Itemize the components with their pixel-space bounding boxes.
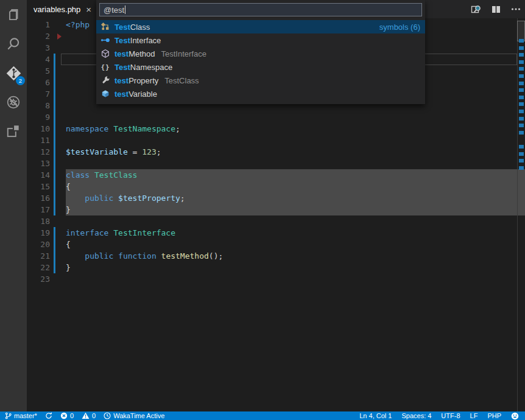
ruler-modified-mark [519, 53, 524, 57]
modified-line-indicator [54, 250, 55, 262]
quick-open-results: TestClasssymbols (6)TestInterfacetestMet… [96, 20, 425, 100]
extensions-icon [5, 124, 21, 139]
quick-open-widget: @test TestClasssymbols (6)TestInterfacet… [96, 0, 425, 104]
code-line-21[interactable]: 21 public function testMethod(); [27, 250, 525, 262]
more-actions-icon[interactable] [510, 4, 521, 15]
quick-open-item-testinterface[interactable]: TestInterface [96, 33, 425, 47]
activity-bar-item-search[interactable] [0, 29, 27, 58]
code-line-23[interactable]: 23 [27, 273, 525, 285]
close-icon[interactable]: × [86, 5, 91, 14]
overview-ruler [517, 18, 525, 411]
line-number: 20 [27, 239, 51, 250]
code-line-16[interactable]: 16 public $testProperty; [27, 192, 525, 204]
ruler-modified-mark [519, 82, 524, 85]
activity-bar-item-debug[interactable] [0, 88, 27, 117]
line-number: 18 [27, 215, 51, 227]
line-number: 22 [27, 262, 51, 273]
code-line-22[interactable]: 22} [27, 262, 525, 273]
open-preview-icon[interactable] [470, 4, 482, 15]
editor-actions [470, 0, 521, 18]
code-line-11[interactable]: 11 [27, 135, 525, 146]
gutter-decorations [51, 273, 66, 285]
search-icon [5, 36, 21, 52]
gutter-decorations [51, 192, 66, 204]
ruler-modified-mark [519, 159, 524, 163]
line-number: 7 [27, 88, 51, 100]
quick-open-item-testvariable[interactable]: testVariable [96, 87, 425, 100]
ruler-modified-mark [519, 67, 524, 71]
activity-bar-item-explorer[interactable] [0, 0, 27, 29]
interface-symbol-icon [100, 35, 110, 45]
line-number: 8 [27, 100, 51, 111]
code-line-12[interactable]: 12$testVariable = 123; [27, 146, 525, 158]
code-line-13[interactable]: 13 [27, 158, 525, 169]
git-branch-icon [5, 412, 12, 419]
quick-open-item-testnamespace[interactable]: {}TestNamespace [96, 60, 425, 74]
gutter-decorations [51, 77, 66, 88]
code-line-19[interactable]: 19interface TestInterface [27, 227, 525, 239]
status-master[interactable]: master* [5, 412, 37, 419]
status-ln-4-col-1[interactable]: Ln 4, Col 1 [359, 412, 392, 419]
quick-open-input[interactable]: @test [99, 3, 422, 16]
modified-line-indicator [54, 54, 55, 65]
code-line-17[interactable]: 17} [27, 204, 525, 215]
code-line-10[interactable]: 10namespace TestNamespace; [27, 123, 525, 135]
gutter-decorations [51, 215, 66, 227]
ruler-modified-mark [519, 110, 524, 113]
modified-line-indicator [54, 204, 55, 215]
method-symbol-icon [100, 49, 110, 58]
code-line-14[interactable]: 14class TestClass [27, 169, 525, 181]
line-number: 15 [27, 181, 51, 192]
line-number: 16 [27, 192, 51, 204]
code-line-20[interactable]: 20{ [27, 239, 525, 250]
gutter-decorations [51, 88, 66, 100]
symbol-detail: TestClass [164, 76, 199, 85]
status-sync-icon[interactable] [45, 412, 52, 419]
activity-bar-item-source-control[interactable]: 2 [0, 58, 27, 88]
status-label: WakaTime Active [113, 412, 164, 419]
modified-line-indicator [54, 158, 55, 169]
status-lf[interactable]: LF [470, 412, 478, 419]
modified-line-indicator [54, 181, 55, 192]
split-editor-icon[interactable] [491, 4, 501, 15]
symbol-detail: TestInterface [161, 49, 206, 58]
status-label: 0 [92, 412, 96, 419]
line-number: 2 [27, 30, 51, 42]
gutter-decorations [51, 54, 66, 65]
status-0[interactable]: 0 [60, 412, 74, 419]
line-number: 5 [27, 65, 51, 77]
class-symbol-icon [100, 22, 110, 32]
modified-line-indicator [54, 262, 55, 273]
tab-label: variables.php [33, 5, 80, 14]
gutter-decorations [51, 239, 66, 250]
modified-line-indicator [54, 146, 55, 158]
code-text: namespace TestNamespace; [66, 123, 525, 135]
modified-line-indicator [54, 65, 55, 77]
code-line-18[interactable]: 18 [27, 215, 525, 227]
modified-line-indicator [54, 123, 55, 135]
quick-open-item-testmethod[interactable]: testMethodTestInterface [96, 47, 425, 60]
code-line-9[interactable]: 9 [27, 111, 525, 123]
code-line-15[interactable]: 15{ [27, 181, 525, 192]
code-text [66, 158, 525, 169]
status-php[interactable]: PHP [487, 412, 501, 419]
gutter-decorations [51, 19, 66, 30]
activity-bar-item-extensions[interactable] [0, 117, 27, 146]
clock-icon [104, 412, 111, 419]
code-text: class TestClass [66, 169, 525, 181]
status-wakatime-active[interactable]: WakaTime Active [104, 412, 164, 419]
scrollbar-slider[interactable] [517, 21, 525, 41]
scm-badge: 2 [16, 76, 25, 85]
status-utf-8[interactable]: UTF-8 [441, 412, 460, 419]
tab-variables-php[interactable]: variables.php × [27, 0, 98, 18]
status-label: UTF-8 [441, 412, 460, 419]
line-number: 11 [27, 135, 51, 146]
line-number: 13 [27, 158, 51, 169]
quick-open-item-testclass[interactable]: TestClasssymbols (6) [96, 20, 425, 33]
symbol-name: TestInterface [115, 36, 161, 45]
status-spaces-4[interactable]: Spaces: 4 [401, 412, 431, 419]
status-smiley-icon[interactable] [511, 412, 519, 420]
status-0[interactable]: 0 [82, 412, 96, 419]
status-label: 0 [70, 412, 74, 419]
quick-open-item-testproperty[interactable]: testPropertyTestClass [96, 74, 425, 87]
